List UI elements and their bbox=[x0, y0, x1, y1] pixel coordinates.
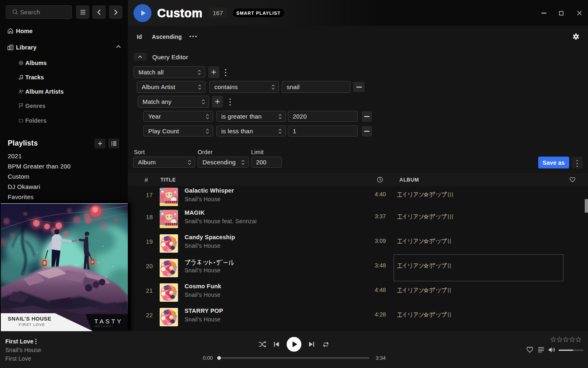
svg-text:FIRST LOVE: FIRST LOVE bbox=[19, 323, 45, 327]
svg-text:TASTY: TASTY bbox=[94, 318, 123, 325]
svg-text:BSTANXI: BSTANXI bbox=[96, 325, 114, 328]
svg-text:SNAIL’S HOUSE: SNAIL’S HOUSE bbox=[8, 316, 51, 322]
